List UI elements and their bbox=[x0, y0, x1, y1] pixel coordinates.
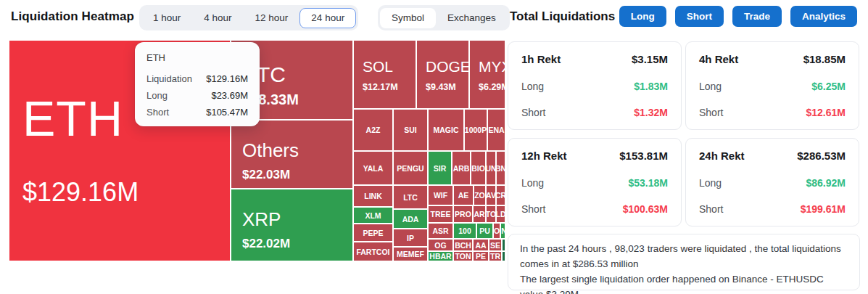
heatmap-cell-sliver[interactable] bbox=[502, 251, 505, 261]
long-button[interactable]: Long bbox=[619, 6, 666, 27]
heatmap-cell-ar[interactable]: AR bbox=[473, 205, 486, 223]
heatmap-cell-myx[interactable]: MYX$6.29M bbox=[469, 40, 505, 109]
heatmap-cell-cr[interactable]: CR bbox=[496, 185, 505, 205]
cell-symbol: AR bbox=[474, 210, 484, 219]
cell-symbol: BN bbox=[496, 164, 505, 173]
time-tab-4-hour[interactable]: 4 hour bbox=[192, 8, 243, 28]
heatmap-cell-fartcoi[interactable]: FARTCOI bbox=[353, 242, 393, 261]
cell-symbol: TREE bbox=[430, 210, 450, 219]
time-tab-24-hour[interactable]: 24 hour bbox=[299, 8, 356, 28]
heatmap-cell-pengu[interactable]: PENGU bbox=[393, 151, 428, 185]
cell-symbol: ENA bbox=[488, 126, 504, 134]
summary-line-1: In the past 24 hours , 98,023 traders we… bbox=[520, 242, 848, 272]
cell-symbol: 100 bbox=[458, 226, 471, 235]
cell-symbol: FARTCOI bbox=[356, 248, 389, 256]
cell-symbol: SOL bbox=[363, 58, 416, 75]
view-tab-exchanges[interactable]: Exchanges bbox=[436, 8, 508, 28]
heatmap-cell-100[interactable]: 100 bbox=[453, 223, 476, 239]
tooltip-symbol: ETH bbox=[146, 52, 248, 63]
heatmap-cell-asr[interactable]: ASR bbox=[428, 223, 453, 239]
short-button[interactable]: Short bbox=[675, 6, 724, 27]
stat-row: Long$6.25M bbox=[699, 81, 846, 92]
heatmap-cell-others[interactable]: Others$22.03M bbox=[231, 120, 353, 189]
analytics-button[interactable]: Analytics bbox=[790, 6, 857, 27]
heatmap-cell-tr[interactable]: TR bbox=[489, 251, 502, 261]
time-tab-1-hour[interactable]: 1 hour bbox=[141, 8, 192, 28]
stat-short-label: Short bbox=[521, 203, 545, 215]
cell-symbol: SE bbox=[490, 241, 500, 250]
stat-total-value: $153.81M bbox=[619, 150, 668, 162]
heatmap-cell-pe[interactable]: PE bbox=[473, 251, 489, 261]
stat-short-label: Short bbox=[521, 107, 545, 118]
cell-symbol: TR bbox=[490, 252, 500, 261]
heatmap-cell-sir[interactable]: SIR bbox=[428, 151, 452, 185]
heatmap-cell-link[interactable]: LINK bbox=[353, 185, 393, 207]
heatmap-cell-zo[interactable]: ZO bbox=[474, 185, 486, 205]
tooltip-row-short: Short$105.47M bbox=[146, 107, 248, 118]
tooltip-row-value: $105.47M bbox=[206, 107, 248, 118]
cell-symbol: LINK bbox=[364, 192, 382, 200]
heatmap-cell-to[interactable]: TO bbox=[486, 205, 496, 223]
heatmap-cell-arb[interactable]: ARB bbox=[452, 151, 471, 185]
stat-card-1h: 1h Rekt$3.15MLong$1.83MShort$1.32M bbox=[508, 41, 682, 130]
heatmap-cell-ae[interactable]: AE bbox=[453, 185, 474, 205]
heatmap-cell-yala[interactable]: YALA bbox=[353, 151, 393, 185]
stat-short-label: Short bbox=[699, 203, 723, 215]
stat-long-value: $86.92M bbox=[806, 177, 846, 189]
cell-symbol: O bbox=[494, 226, 500, 235]
heatmap-cell-ena[interactable]: ENA bbox=[487, 109, 505, 151]
cell-value: $22.02M bbox=[242, 237, 352, 251]
heatmap-cell-sliver[interactable] bbox=[502, 239, 505, 251]
heatmap-cell-pu[interactable]: PU bbox=[476, 223, 493, 239]
heatmap-cell-sui[interactable]: SUI bbox=[393, 109, 428, 151]
heatmap-cell-un[interactable]: UN bbox=[486, 151, 496, 185]
heatmap-cell-tree[interactable]: TREE bbox=[428, 205, 453, 223]
heatmap-cell-pepe[interactable]: PEPE bbox=[353, 224, 393, 242]
stat-period-label: 4h Rekt bbox=[699, 53, 738, 65]
trade-button[interactable]: Trade bbox=[732, 6, 782, 27]
cell-symbol: SIR bbox=[434, 164, 447, 173]
stat-card-12h: 12h Rekt$153.81MLong$53.18MShort$100.63M bbox=[508, 138, 682, 226]
heatmap-cell-ton[interactable]: TON bbox=[453, 251, 473, 261]
heatmap-cell-in[interactable]: IN bbox=[500, 223, 505, 239]
cell-symbol: BIO bbox=[471, 164, 485, 173]
cell-value: $9.43M bbox=[426, 82, 468, 92]
stat-long-value: $6.25M bbox=[811, 81, 846, 92]
heatmap-cell-o[interactable]: O bbox=[493, 223, 500, 239]
cell-value: $6.29M bbox=[479, 82, 505, 92]
heatmap-cell-bch[interactable]: BCH bbox=[453, 239, 473, 251]
cell-symbol: MEMEF bbox=[397, 250, 424, 258]
heatmap-cell-ip[interactable]: IP bbox=[393, 229, 428, 247]
stat-period-label: 12h Rekt bbox=[521, 150, 567, 162]
heatmap-cell-hbar[interactable]: HBAR bbox=[428, 251, 453, 261]
heatmap-cell-doge[interactable]: DOGE$9.43M bbox=[416, 40, 469, 109]
stat-short-value: $199.61M bbox=[801, 203, 846, 215]
heatmap-cell-memef[interactable]: MEMEF bbox=[393, 247, 428, 261]
cell-symbol: PRO bbox=[455, 210, 471, 219]
heatmap-cell-1000p[interactable]: 1000P bbox=[464, 109, 487, 151]
top-bar: Liquidation Heatmap 1 hour4 hour12 hour2… bbox=[0, 0, 868, 36]
heatmap-cell-magic[interactable]: MAGIC bbox=[428, 109, 464, 151]
heatmap-cell-ada[interactable]: ADA bbox=[393, 209, 428, 229]
heatmap-cell-ld[interactable]: LD bbox=[496, 205, 505, 223]
view-tab-symbol[interactable]: Symbol bbox=[380, 8, 436, 28]
heatmap-cell-ltc[interactable]: LTC bbox=[393, 185, 428, 209]
heatmap-cell-a2z[interactable]: A2Z bbox=[353, 109, 393, 151]
heatmap-cell-xrp[interactable]: XRP$22.02M bbox=[231, 189, 353, 261]
heatmap-cell-wif[interactable]: WIF bbox=[428, 185, 453, 205]
heatmap-cell-og[interactable]: OG bbox=[428, 239, 453, 251]
heatmap-cell-pro[interactable]: PRO bbox=[453, 205, 473, 223]
stat-row: Long$1.83M bbox=[521, 81, 668, 92]
heatmap-cell-bn[interactable]: BN bbox=[496, 151, 505, 185]
stat-row: 1h Rekt$3.15M bbox=[521, 53, 668, 65]
stat-short-value: $12.61M bbox=[806, 107, 846, 118]
heatmap-cell-bio[interactable]: BIO bbox=[471, 151, 486, 185]
stat-row: Long$86.92M bbox=[699, 177, 846, 189]
heatmap-cell-aa[interactable]: AA bbox=[473, 239, 489, 251]
heatmap-cell-sol[interactable]: SOL$12.17M bbox=[353, 40, 416, 109]
stat-row: Short$12.61M bbox=[699, 107, 846, 118]
time-tab-12-hour[interactable]: 12 hour bbox=[244, 8, 300, 28]
heatmap-cell-se[interactable]: SE bbox=[489, 239, 502, 251]
heatmap-cell-av[interactable]: AV bbox=[486, 185, 496, 205]
heatmap-cell-xlm[interactable]: XLM bbox=[353, 207, 393, 224]
